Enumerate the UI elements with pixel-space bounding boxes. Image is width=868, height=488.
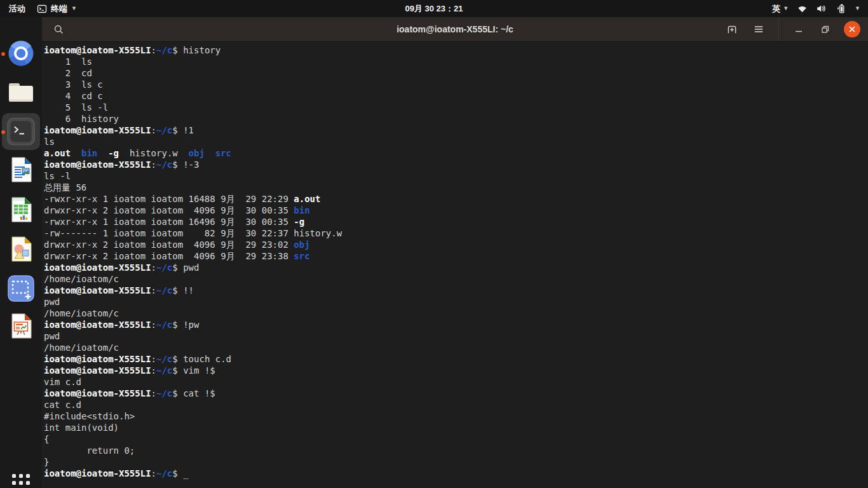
terminal-line: } — [44, 456, 868, 468]
chevron-down-icon: ▼ — [71, 6, 77, 11]
terminal-line: ioatom@ioatom-X555LI:~/c$ touch c.d — [44, 353, 868, 365]
chevron-down-icon: ▼ — [855, 6, 860, 11]
terminal-line: ioatom@ioatom-X555LI:~/c$ vim !$ — [44, 365, 868, 376]
terminal-line: ioatom@ioatom-X555LI:~/c$ !-3 — [44, 159, 868, 170]
terminal-line: ioatom@ioatom-X555LI:~/c$ !pw — [44, 319, 868, 330]
terminal-line: 1 ls — [44, 56, 868, 67]
running-indicator — [1, 52, 5, 56]
terminal-line: { — [44, 433, 868, 445]
battery-charging-icon — [835, 3, 846, 14]
window-titlebar[interactable]: ioatom@ioatom-X555LI: ~/c — [42, 17, 868, 42]
show-applications-icon[interactable] — [12, 474, 30, 488]
screenshot-tool-icon[interactable] — [7, 274, 35, 302]
terminal-line: -rw------- 1 ioatom ioatom 82 9月 30 22:3… — [44, 227, 868, 239]
terminal-line: ioatom@ioatom-X555LI:~/c$ !1 — [44, 125, 868, 136]
terminal-line: drwxr-xr-x 2 ioatom ioatom 4096 9月 30 00… — [44, 205, 868, 216]
terminal-line: -rwxr-xr-x 1 ioatom ioatom 16496 9月 30 0… — [44, 216, 868, 227]
libreoffice-draw-icon[interactable] — [7, 235, 35, 263]
terminal-line: a.out bin -g history.w obj src — [44, 147, 868, 159]
terminal-line: ioatom@ioatom-X555LI:~/c$ _ — [44, 468, 868, 479]
terminal-line: ioatom@ioatom-X555LI:~/c$ pwd — [44, 262, 868, 273]
files-folder-icon[interactable] — [7, 78, 35, 106]
terminal-line: ioatom@ioatom-X555LI:~/c$ cat !$ — [44, 388, 868, 399]
chromium-icon[interactable] — [7, 39, 35, 67]
terminal-line: cat c.d — [44, 399, 868, 410]
terminal-line: int main(void) — [44, 422, 868, 433]
clock[interactable]: 09月 30 23：21 — [0, 3, 868, 15]
libreoffice-impress-icon[interactable] — [7, 312, 35, 340]
minimize-button[interactable] — [790, 21, 807, 37]
terminal-line: 总用量 56 — [44, 182, 868, 193]
terminal-line: 6 history — [44, 113, 868, 125]
terminal-line: /home/ioatom/c — [44, 273, 868, 285]
terminal-icon — [7, 118, 35, 146]
libreoffice-writer-icon[interactable] — [7, 156, 35, 184]
terminal-line: -rwxr-xr-x 1 ioatom ioatom 16488 9月 29 2… — [44, 193, 868, 205]
wifi-icon — [797, 3, 808, 14]
input-method-indicator[interactable]: 英 ▼ — [772, 3, 789, 15]
running-indicator — [1, 130, 5, 134]
terminal-line: ioatom@ioatom-X555LI:~/c$ !! — [44, 285, 868, 296]
terminal-line: #include<stdio.h> — [44, 410, 868, 422]
terminal-line: ls -l — [44, 170, 868, 182]
menu-icon[interactable] — [750, 21, 767, 37]
new-tab-button[interactable] — [724, 21, 740, 37]
close-button[interactable] — [844, 21, 860, 37]
terminal-line: 2 cd — [44, 67, 868, 79]
terminal-output[interactable]: ioatom@ioatom-X555LI:~/c$ history 1 ls 2… — [42, 42, 868, 479]
dock — [0, 17, 42, 488]
volume-icon — [816, 3, 827, 14]
activities-button[interactable]: 活动 — [9, 3, 25, 15]
chevron-down-icon: ▼ — [783, 6, 789, 11]
focused-app-name: 终端 — [51, 3, 67, 15]
focused-app-menu[interactable]: 终端 ▼ — [37, 3, 77, 15]
terminal-line: drwxr-xr-x 2 ioatom ioatom 4096 9月 29 23… — [44, 250, 868, 262]
terminal-app-icon — [37, 4, 47, 14]
terminal-line: /home/ioatom/c — [44, 342, 868, 353]
terminal-line: 3 ls c — [44, 79, 868, 90]
terminal-line: 4 cd c — [44, 90, 868, 102]
terminal-line: vim c.d — [44, 376, 868, 388]
libreoffice-calc-icon[interactable] — [7, 196, 35, 224]
search-icon[interactable] — [53, 24, 64, 35]
restore-button[interactable] — [817, 21, 834, 37]
terminal-line: 5 ls -l — [44, 102, 868, 113]
terminal-line: return 0; — [44, 445, 868, 456]
terminal-line: pwd — [44, 330, 868, 342]
terminal-line: pwd — [44, 296, 868, 308]
terminal-line: ioatom@ioatom-X555LI:~/c$ history — [44, 44, 868, 56]
terminal-line: ls — [44, 136, 868, 147]
system-tray[interactable]: 英 ▼ ▼ — [772, 3, 868, 15]
terminal-line: /home/ioatom/c — [44, 308, 868, 319]
terminal-line: drwxr-xr-x 2 ioatom ioatom 4096 9月 29 23… — [44, 239, 868, 250]
titlebar-divider — [778, 17, 779, 41]
terminal-dock-tile[interactable] — [2, 113, 40, 150]
terminal-window: ioatom@ioatom-X555LI: ~/c — [42, 17, 868, 488]
top-bar: 活动 终端 ▼ 09月 30 23：21 英 ▼ — [0, 0, 868, 17]
